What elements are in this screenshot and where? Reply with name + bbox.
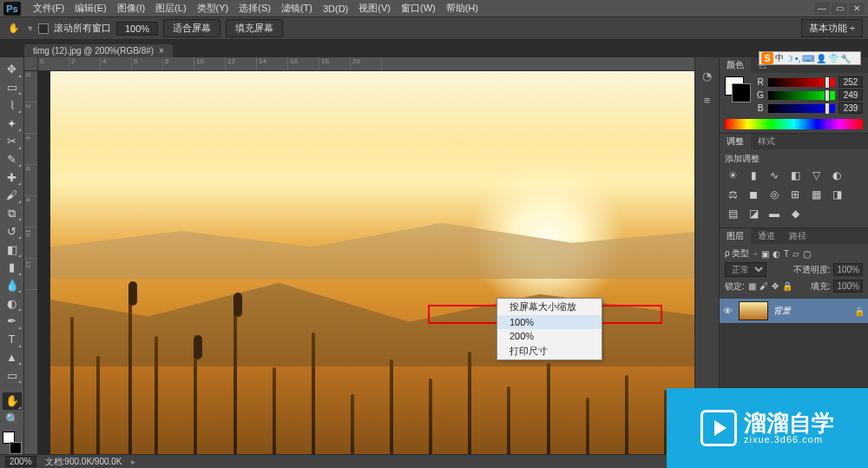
menu-layer[interactable]: 图层(L) [150, 2, 191, 15]
tab-channels[interactable]: 通道 [751, 228, 782, 244]
color-panel-swatch[interactable] [725, 76, 751, 102]
gradient-map-icon[interactable]: ▬ [766, 207, 782, 221]
lasso-tool[interactable]: ⌇ [3, 96, 22, 114]
zoom-field[interactable]: 100% [116, 22, 158, 36]
gradient-tool[interactable]: ▮ [3, 259, 22, 276]
user-icon[interactable]: 👤 [816, 54, 826, 63]
fit-screen-button[interactable]: 适合屏幕 [163, 19, 220, 37]
tab-color[interactable]: 颜色 [720, 57, 751, 73]
photo-filter-icon[interactable]: ◎ [766, 188, 782, 201]
invert-icon[interactable]: ◨ [829, 188, 845, 201]
zoom-tool[interactable]: 🔍 [3, 411, 22, 428]
eyedropper-tool[interactable]: ✎ [3, 151, 22, 168]
filter-type-icon[interactable]: T [784, 249, 789, 259]
ruler-origin[interactable] [24, 57, 38, 71]
menu-window[interactable]: 窗口(W) [396, 2, 441, 15]
marquee-tool[interactable]: ▭ [3, 79, 22, 96]
threshold-icon[interactable]: ◪ [746, 207, 761, 221]
filter-shape-icon[interactable]: ▱ [792, 249, 799, 259]
shirt-icon[interactable]: 👕 [828, 54, 838, 63]
channel-mixer-icon[interactable]: ⊞ [787, 188, 803, 201]
curves-icon[interactable]: ∿ [766, 168, 782, 182]
quick-select-tool[interactable]: ✦ [3, 115, 22, 132]
path-select-tool[interactable]: ▲ [3, 349, 22, 366]
blur-tool[interactable]: 💧 [3, 277, 22, 294]
type-tool[interactable]: T [3, 331, 22, 348]
eraser-tool[interactable]: ◧ [3, 241, 22, 258]
lock-all-icon[interactable]: 🔒 [782, 281, 792, 291]
layer-thumbnail[interactable] [739, 301, 768, 320]
g-slider[interactable] [768, 91, 835, 100]
ctx-100-percent[interactable]: 100% [497, 315, 602, 329]
canvas[interactable] [50, 71, 694, 454]
hand-tool[interactable]: ✋ [3, 392, 22, 410]
ime-toolbar[interactable]: S 中 ☽ •, ⌨ 👤 👕 🔧 [759, 51, 861, 65]
lock-transparency-icon[interactable]: ▦ [748, 281, 756, 291]
properties-panel-icon[interactable]: ≡ [700, 92, 715, 108]
lock-pixels-icon[interactable]: 🖌 [760, 281, 768, 291]
keyboard-icon[interactable]: ⌨ [802, 54, 814, 63]
fill-value[interactable]: 100% [833, 280, 863, 293]
ruler-vertical[interactable]: 0 2 4 6 8 10 12 [24, 71, 38, 454]
fill-screen-button[interactable]: 填充屏幕 [226, 19, 283, 37]
b-value[interactable]: 239 [838, 102, 863, 114]
color-spectrum[interactable] [725, 119, 863, 129]
pen-tool[interactable]: ✒ [3, 313, 22, 330]
dodge-tool[interactable]: ◐ [3, 294, 22, 312]
b-slider[interactable] [768, 104, 835, 113]
healing-tool[interactable]: ✚ [3, 168, 22, 186]
menu-edit[interactable]: 编辑(E) [69, 2, 112, 15]
hue-icon[interactable]: ◐ [829, 168, 845, 182]
brightness-icon[interactable]: ☀ [725, 168, 740, 182]
color-balance-icon[interactable]: ⚖ [725, 188, 740, 201]
bw-icon[interactable]: ◼ [746, 188, 761, 201]
status-zoom[interactable]: 200% [5, 456, 36, 467]
ruler-horizontal[interactable]: 0 2 4 6 8 10 12 14 16 18 20 [38, 57, 694, 71]
menu-select[interactable]: 选择(S) [233, 2, 276, 15]
window-minimize-button[interactable]: — [814, 3, 830, 15]
r-slider[interactable] [768, 78, 835, 87]
layer-name[interactable]: 背景 [773, 305, 791, 317]
menu-image[interactable]: 图像(I) [112, 2, 150, 15]
exposure-icon[interactable]: ◧ [787, 168, 803, 182]
brush-tool[interactable]: 🖌 [3, 187, 22, 204]
filter-smart-icon[interactable]: ▢ [803, 249, 811, 259]
vibrance-icon[interactable]: ▽ [808, 168, 824, 182]
window-restore-button[interactable]: ▭ [832, 3, 847, 15]
move-tool[interactable]: ✥ [3, 61, 22, 78]
stamp-tool[interactable]: ⧉ [3, 205, 22, 222]
ctx-fit-screen[interactable]: 按屏幕大小缩放 [497, 299, 602, 315]
history-brush-tool[interactable]: ↺ [3, 222, 22, 240]
r-value[interactable]: 252 [838, 76, 863, 88]
layer-row[interactable]: 👁 背景 🔒 [720, 299, 868, 323]
menu-3d[interactable]: 3D(D) [318, 3, 353, 14]
filter-pixel-icon[interactable]: ▣ [761, 249, 769, 259]
menu-type[interactable]: 类型(Y) [192, 2, 234, 15]
window-close-button[interactable]: ✕ [849, 3, 865, 15]
selective-color-icon[interactable]: ◆ [787, 207, 803, 221]
tab-adjustments[interactable]: 调整 [720, 134, 751, 149]
menu-filter[interactable]: 滤镜(T) [276, 2, 318, 15]
tab-styles[interactable]: 样式 [751, 134, 782, 149]
scroll-all-checkbox[interactable] [38, 23, 49, 34]
menu-help[interactable]: 帮助(H) [441, 2, 483, 15]
visibility-icon[interactable]: 👁 [723, 306, 733, 316]
background-color[interactable] [10, 442, 22, 454]
document-tab[interactable]: timg (12).jpg @ 200%(RGB/8#) × [24, 44, 173, 57]
g-value[interactable]: 249 [838, 89, 863, 101]
opacity-value[interactable]: 100% [833, 263, 863, 276]
blend-mode-select[interactable]: 正常 [725, 262, 766, 277]
lookup-icon[interactable]: ▦ [808, 188, 824, 201]
punct-icon[interactable]: •, [795, 54, 800, 63]
crop-tool[interactable]: ✂ [3, 133, 22, 150]
menu-file[interactable]: 文件(F) [28, 2, 69, 15]
lock-position-icon[interactable]: ✥ [772, 281, 779, 291]
levels-icon[interactable]: ▮ [746, 168, 761, 182]
ime-lang[interactable]: 中 [775, 52, 784, 64]
ctx-print-size[interactable]: 打印尺寸 [497, 343, 602, 359]
history-panel-icon[interactable]: ◔ [700, 68, 715, 83]
status-doc-info[interactable]: 文档:900.0K/900.0K [45, 456, 122, 468]
shape-tool[interactable]: ▭ [3, 366, 22, 384]
color-swatches[interactable] [3, 432, 22, 454]
menu-view[interactable]: 视图(V) [353, 2, 396, 15]
